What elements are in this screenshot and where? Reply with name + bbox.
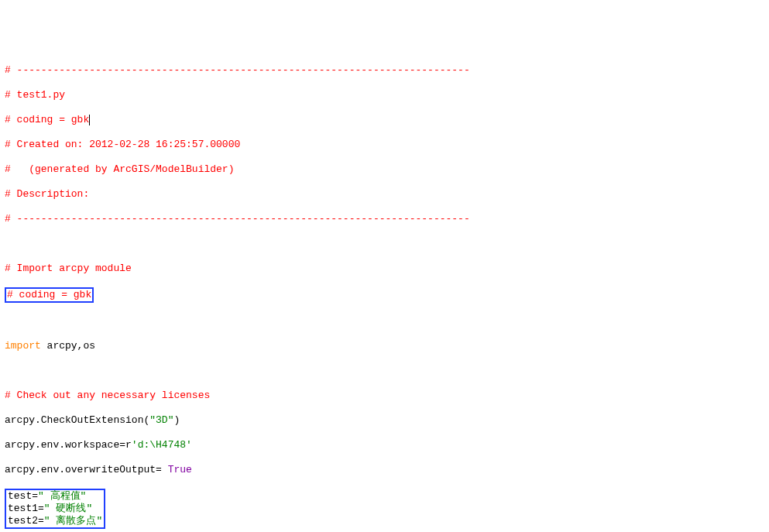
highlight-box-tests: test=" 高程值"test1=" 硬断线"test2=" 离散多点" [5,515,105,527]
text-caret [89,115,90,125]
code-line: arcpy.CheckOutExtension("3D") [5,414,764,427]
comment-line: # Check out any necessary licenses [5,390,764,402]
code-line: arcpy.env.overwriteOutput= True [5,464,764,476]
comment-line: # Description: [5,188,764,201]
code-block: # --------------------------------------… [5,52,764,532]
code-line: arcpy.env.workspace=r'd:\H4748' [5,439,764,451]
highlight-box-coding: # coding = gbk [5,287,764,303]
comment-line: # test1.py [5,89,764,101]
comment-line: # --------------------------------------… [5,64,764,77]
comment-line: # coding = gbk [5,114,764,126]
comment-line: # Import arcpy module [5,263,764,275]
comment-line: # Created on: 2012-02-28 16:25:57.00000 [5,139,764,151]
comment-line: # (generated by ArcGIS/ModelBuilder) [5,163,764,176]
comment-line: # --------------------------------------… [5,213,764,225]
import-line: import arcpy,os [5,340,764,352]
